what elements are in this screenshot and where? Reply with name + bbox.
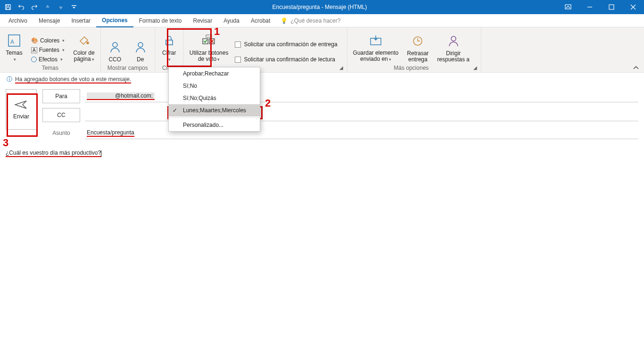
themes-button[interactable]: A Temas▾ <box>4 31 25 64</box>
svg-rect-4 <box>565 5 571 9</box>
lock-icon <box>163 32 175 49</box>
voting-option-custom-days[interactable]: ✓Lunes;Maartes;Miercoles <box>169 104 260 116</box>
person-bcc-icon <box>109 39 121 56</box>
group-temas-label: Temas <box>42 64 58 71</box>
save-sent-item-button[interactable]: Guardar elementoenviado en▾ <box>351 31 401 64</box>
svg-point-13 <box>138 42 143 47</box>
checkbox-icon <box>235 42 241 48</box>
save-icon[interactable] <box>3 2 13 12</box>
delivery-receipt-checkbox[interactable]: Solicitar una confirmación de entrega <box>235 40 337 49</box>
qat-customize-icon[interactable] <box>69 2 79 12</box>
voting-option-approve-reject[interactable]: Aprobar;Rechazar <box>169 67 260 80</box>
tell-me-search[interactable]: 💡 ¿Qué desea hacer? <box>281 17 340 24</box>
voting-label1: Utilizar botones <box>190 50 229 56</box>
direct-label2: respuestas a <box>437 56 470 63</box>
group-campos-label: Mostrar campos <box>107 64 148 71</box>
voting-option-yes-no-maybe[interactable]: Sí;No;Quizás <box>169 92 260 104</box>
qat-arrowdown-icon[interactable] <box>56 2 66 12</box>
svg-point-12 <box>113 42 117 47</box>
svg-text:A: A <box>10 39 14 45</box>
delay-delivery-button[interactable]: Retrasarentrega <box>405 32 430 64</box>
tab-archivo[interactable]: Archivo <box>3 15 33 27</box>
send-icon <box>14 99 28 110</box>
voting-icon <box>202 32 216 49</box>
bcc-button[interactable]: CCO <box>105 38 125 64</box>
bcc-label: CCO <box>108 57 121 63</box>
send-button[interactable]: Enviar <box>6 89 37 130</box>
tab-insertar[interactable]: Insertar <box>66 15 96 27</box>
message-body[interactable]: ¿Cuál es vuestro día más productivo? <box>0 142 644 164</box>
fonts-label: Fuentes <box>39 47 59 53</box>
voting-buttons-button[interactable]: Utilizar botonesde voto▾ <box>188 31 231 64</box>
subject-text: Encuesta/pregunta <box>87 129 134 137</box>
svg-rect-14 <box>166 40 173 45</box>
text-cursor <box>101 150 101 157</box>
tab-mensaje[interactable]: Mensaje <box>33 15 66 27</box>
delay-label2: entrega <box>408 56 428 63</box>
svg-rect-6 <box>609 5 614 9</box>
save-sent-label1: Guardar elemento <box>353 50 399 56</box>
svg-rect-17 <box>206 35 212 37</box>
svg-point-11 <box>87 42 89 44</box>
effects-label: Efectos <box>39 56 58 63</box>
delivery-receipt-label: Solicitar una confirmación de entrega <box>244 41 337 48</box>
save-sent-label2: enviado en <box>360 56 388 62</box>
tab-revisar[interactable]: Revisar <box>187 15 218 27</box>
more-options-dialog-launcher[interactable]: ◢ <box>473 65 479 71</box>
encrypt-button[interactable]: Cifrar▾ <box>159 31 180 64</box>
svg-point-20 <box>451 36 456 41</box>
person-reply-icon <box>447 33 460 50</box>
voting-dropdown: Aprobar;Rechazar Sí;No Sí;No;Quizás ✓Lun… <box>168 67 260 132</box>
svg-rect-3 <box>72 5 76 6</box>
clock-icon <box>412 33 424 50</box>
page-color-button[interactable]: Color depágina▾ <box>71 31 96 64</box>
check-icon: ✓ <box>173 107 177 114</box>
undo-icon[interactable] <box>16 2 26 12</box>
subject-label: Asunto <box>42 130 80 136</box>
tab-formato[interactable]: Formato de texto <box>133 15 188 27</box>
svg-rect-2 <box>7 8 10 9</box>
qat-arrowup-icon[interactable] <box>42 2 53 12</box>
to-button[interactable]: Para <box>42 89 80 103</box>
person-from-icon <box>134 39 147 56</box>
body-text: ¿Cuál es vuestro día más productivo? <box>6 150 101 157</box>
tab-ayuda[interactable]: Ayuda <box>218 15 245 27</box>
lightbulb-icon: 💡 <box>281 17 288 24</box>
encrypt-label: Cifrar <box>162 50 176 56</box>
voting-label2: de voto <box>198 56 216 62</box>
effects-button[interactable]: Efectos▾ <box>29 55 66 64</box>
direct-label1: Dirigir <box>446 50 461 57</box>
fonts-button[interactable]: AFuentes▾ <box>29 46 66 54</box>
tracking-dialog-launcher[interactable]: ◢ <box>339 65 345 71</box>
bucket-icon <box>78 32 90 49</box>
colors-button[interactable]: 🎨Colores▾ <box>29 36 66 45</box>
from-button[interactable]: De <box>130 38 151 64</box>
read-receipt-checkbox[interactable]: Solicitar una confirmación de lectura <box>235 55 337 64</box>
collapse-ribbon-icon[interactable] <box>633 66 639 70</box>
page-color-label2: página <box>74 56 91 62</box>
info-banner-text: Ha agregado botones de voto a este mensa… <box>15 76 131 83</box>
voting-option-yes-no[interactable]: Sí;No <box>169 80 260 92</box>
checkbox-icon <box>235 57 241 63</box>
direct-replies-button[interactable]: Dirigirrespuestas a <box>435 32 471 64</box>
tab-opciones[interactable]: Opciones <box>96 14 133 27</box>
delay-label1: Retrasar <box>407 50 429 57</box>
tab-acrobat[interactable]: Acrobat <box>245 15 276 27</box>
group-mas-label: Más opciones <box>394 64 429 71</box>
close-icon[interactable] <box>622 0 644 14</box>
maximize-icon[interactable] <box>601 0 622 14</box>
tell-me-placeholder: ¿Qué desea hacer? <box>290 17 340 24</box>
voting-option-customize[interactable]: Personalizado... <box>169 119 260 131</box>
window-title: Encuesta/pregunta - Mensaje (HTML) <box>82 4 557 10</box>
redo-icon[interactable] <box>29 2 40 12</box>
palette-icon: 🎨 <box>31 37 38 44</box>
font-icon: A <box>31 47 37 53</box>
read-receipt-label: Solicitar una confirmación de lectura <box>244 56 335 63</box>
colors-label: Colores <box>40 37 59 44</box>
to-recipient[interactable]: @hotmail.com; <box>87 92 155 100</box>
ribbon-display-icon[interactable] <box>557 0 579 14</box>
effects-icon <box>31 57 37 62</box>
cc-button[interactable]: CC <box>42 108 80 122</box>
send-label: Enviar <box>13 113 29 120</box>
minimize-icon[interactable] <box>579 0 601 14</box>
